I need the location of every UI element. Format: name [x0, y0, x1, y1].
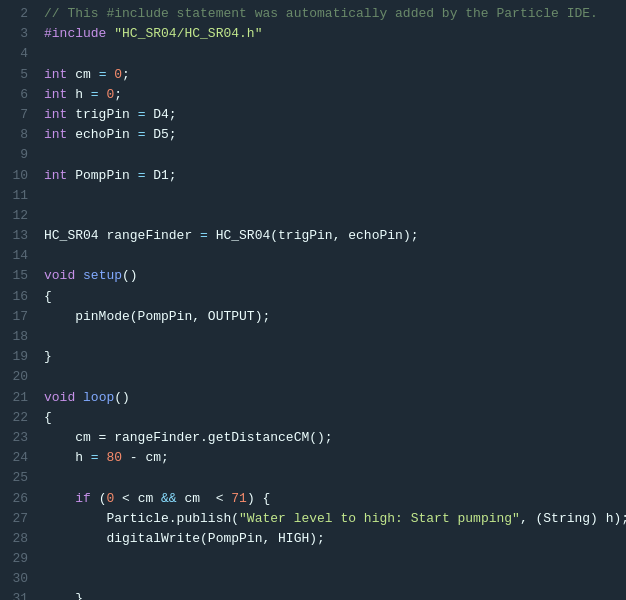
code-token: [44, 491, 75, 506]
code-token: , (String) h);: [520, 511, 626, 526]
line-number: 23: [0, 428, 28, 448]
code-line: {: [44, 287, 626, 307]
code-token: void: [44, 390, 75, 405]
code-token: h: [44, 450, 91, 465]
line-number: 16: [0, 287, 28, 307]
code-token: cm: [67, 67, 98, 82]
code-token: int: [44, 87, 67, 102]
line-number: 18: [0, 327, 28, 347]
code-token: HC_SR04 rangeFinder: [44, 228, 200, 243]
code-line: void setup(): [44, 266, 626, 286]
code-token: [75, 390, 83, 405]
line-number: 22: [0, 408, 28, 428]
code-line: {: [44, 408, 626, 428]
code-token: Particle.publish(: [44, 511, 239, 526]
line-number: 6: [0, 85, 28, 105]
code-line: void loop(): [44, 388, 626, 408]
code-line: }: [44, 347, 626, 367]
code-line: #include "HC_SR04/HC_SR04.h": [44, 24, 626, 44]
code-token: (): [114, 390, 130, 405]
code-line: cm = rangeFinder.getDistanceCM();: [44, 428, 626, 448]
code-token: }: [44, 591, 83, 600]
code-token: void: [44, 268, 75, 283]
code-token: 71: [231, 491, 247, 506]
code-token: HC_SR04(trigPin, echoPin);: [208, 228, 419, 243]
code-line: [44, 549, 626, 569]
code-token: D5;: [145, 127, 176, 142]
code-line: [44, 468, 626, 488]
code-token: int: [44, 67, 67, 82]
line-number: 17: [0, 307, 28, 327]
code-token: loop: [83, 390, 114, 405]
line-number: 19: [0, 347, 28, 367]
code-token: digitalWrite(PompPin, HIGH);: [44, 531, 325, 546]
code-token: =: [91, 450, 99, 465]
line-number: 15: [0, 266, 28, 286]
code-token: int: [44, 168, 67, 183]
code-token: =: [91, 87, 99, 102]
code-token: (: [91, 491, 107, 506]
code-token: < cm: [114, 491, 161, 506]
code-line: [44, 145, 626, 165]
code-content: // This #include statement was automatic…: [36, 0, 626, 600]
code-line: [44, 569, 626, 589]
code-token: cm = rangeFinder.getDistanceCM();: [44, 430, 333, 445]
code-token: =: [200, 228, 208, 243]
code-token: - cm;: [122, 450, 169, 465]
code-line: int echoPin = D5;: [44, 125, 626, 145]
code-token: h: [67, 87, 90, 102]
code-line: h = 80 - cm;: [44, 448, 626, 468]
code-line: Particle.publish("Water level to high: S…: [44, 509, 626, 529]
line-number: 2: [0, 4, 28, 24]
code-token: int: [44, 127, 67, 142]
line-number: 31: [0, 589, 28, 600]
line-number: 9: [0, 145, 28, 165]
code-token: echoPin: [67, 127, 137, 142]
code-token: D1;: [145, 168, 176, 183]
code-token: "HC_SR04/HC_SR04.h": [114, 26, 262, 41]
code-line: [44, 246, 626, 266]
code-token: D4;: [145, 107, 176, 122]
code-token: int: [44, 107, 67, 122]
code-line: int PompPin = D1;: [44, 166, 626, 186]
code-line: if (0 < cm && cm < 71) {: [44, 489, 626, 509]
code-token: {: [44, 289, 52, 304]
line-number: 8: [0, 125, 28, 145]
code-token: #include: [44, 26, 106, 41]
code-line: int trigPin = D4;: [44, 105, 626, 125]
line-number: 3: [0, 24, 28, 44]
line-number: 12: [0, 206, 28, 226]
code-token: {: [44, 410, 52, 425]
code-line: HC_SR04 rangeFinder = HC_SR04(trigPin, e…: [44, 226, 626, 246]
code-token: (): [122, 268, 138, 283]
code-token: ;: [114, 87, 122, 102]
line-number: 21: [0, 388, 28, 408]
line-number: 20: [0, 367, 28, 387]
code-token: }: [44, 349, 52, 364]
line-number: 24: [0, 448, 28, 468]
line-number: 25: [0, 468, 28, 488]
code-line: // This #include statement was automatic…: [44, 4, 626, 24]
code-line: [44, 367, 626, 387]
line-number: 4: [0, 44, 28, 64]
code-token: [75, 268, 83, 283]
code-token: 80: [106, 450, 122, 465]
line-number: 30: [0, 569, 28, 589]
code-token: &&: [161, 491, 177, 506]
line-number: 26: [0, 489, 28, 509]
code-token: PompPin: [67, 168, 137, 183]
code-line: }: [44, 589, 626, 600]
line-number: 13: [0, 226, 28, 246]
code-token: 0: [114, 67, 122, 82]
code-editor: 2345678910111213141516171819202122232425…: [0, 0, 626, 600]
code-token: ;: [122, 67, 130, 82]
line-number: 7: [0, 105, 28, 125]
code-line: pinMode(PompPin, OUTPUT);: [44, 307, 626, 327]
line-number: 5: [0, 65, 28, 85]
line-numbers: 2345678910111213141516171819202122232425…: [0, 0, 36, 600]
code-token: cm <: [177, 491, 232, 506]
line-number: 14: [0, 246, 28, 266]
code-token: pinMode(PompPin, OUTPUT);: [44, 309, 270, 324]
code-line: digitalWrite(PompPin, HIGH);: [44, 529, 626, 549]
code-line: [44, 186, 626, 206]
